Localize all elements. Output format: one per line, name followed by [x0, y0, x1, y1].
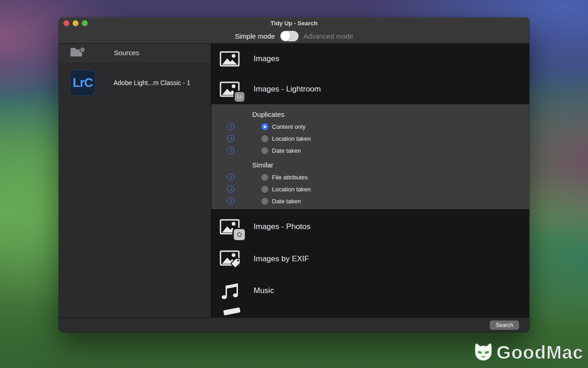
music-note-icon: [220, 280, 242, 301]
info-icon[interactable]: i: [227, 185, 234, 193]
sidebar-item-lightroom-classic[interactable]: LrC Adobe Light...m Classic - 1: [59, 70, 211, 96]
similar-heading: Similar: [252, 159, 529, 171]
lightroom-classic-app-icon: LrC: [70, 70, 96, 96]
list-item-label: Images by EXIF: [254, 254, 309, 264]
images-exif-tag-icon: [220, 248, 242, 270]
lightroom-options-panel: Duplicates i Content only i Location tak…: [211, 104, 529, 210]
simple-mode-label: Simple mode: [235, 32, 275, 40]
window-footer: Search: [59, 317, 529, 332]
search-button[interactable]: Search: [490, 321, 519, 330]
radio-file-attributes[interactable]: [261, 174, 268, 181]
tidy-up-search-window: Tidy Up - Search Simple mode Advanced mo…: [59, 17, 529, 332]
mode-toggle-switch[interactable]: [280, 31, 299, 41]
goodmac-cat-icon: [472, 341, 495, 363]
option-location-taken-dup: i Location taken: [211, 132, 529, 144]
source-item-label: Adobe Light...m Classic - 1: [113, 79, 190, 86]
option-content-only: i Content only: [211, 121, 529, 132]
sources-sidebar: Sources LrC Adobe Light...m Classic - 1: [59, 44, 211, 317]
option-date-taken-sim: i Date taken: [211, 195, 529, 207]
goodmac-watermark: GoodMac: [472, 341, 583, 363]
search-categories-list: Images Lr Images - Lightroom: [211, 44, 529, 317]
radio-location-taken-dup[interactable]: [261, 135, 268, 142]
list-item-music[interactable]: Music: [211, 275, 529, 306]
goodmac-logo-text: GoodMac: [497, 342, 583, 363]
images-lightroom-icon: Lr: [220, 79, 242, 100]
images-photos-icon: ✿: [220, 216, 242, 237]
info-icon[interactable]: i: [227, 197, 234, 205]
mode-toggle-row: Simple mode Advanced mode: [59, 29, 529, 42]
list-item-images-by-exif[interactable]: Images by EXIF: [211, 243, 529, 275]
toggle-knob: [281, 31, 290, 41]
window-title: Tidy Up - Search: [59, 20, 529, 27]
info-icon[interactable]: i: [227, 173, 234, 181]
list-item-images-lightroom[interactable]: Lr Images - Lightroom: [211, 74, 529, 104]
duplicates-heading: Duplicates: [252, 109, 529, 121]
list-item-images[interactable]: Images: [211, 44, 529, 74]
desktop-wallpaper: Tidy Up - Search Simple mode Advanced mo…: [0, 0, 588, 368]
radio-location-taken-sim[interactable]: [261, 186, 268, 193]
sources-header: Sources: [59, 44, 211, 62]
radio-content-only[interactable]: [261, 123, 268, 130]
sources-header-label: Sources: [114, 49, 139, 57]
option-file-attributes: i File attributes: [211, 171, 529, 183]
info-icon[interactable]: i: [227, 135, 234, 142]
info-icon[interactable]: i: [227, 123, 234, 130]
list-item-images-photos[interactable]: ✿ Images - Photos: [211, 210, 529, 243]
folder-gear-icon: [70, 47, 85, 58]
photos-flower-badge: ✿: [234, 229, 245, 240]
advanced-mode-label: Advanced mode: [304, 32, 353, 40]
list-item-label: Images - Lightroom: [254, 85, 321, 94]
radio-date-taken-sim[interactable]: [261, 198, 268, 205]
radio-date-taken-dup[interactable]: [261, 147, 268, 154]
list-item-label: Music: [254, 286, 274, 295]
list-item-partial[interactable]: [211, 306, 529, 317]
list-item-label: Images: [254, 54, 279, 63]
titlebar[interactable]: Tidy Up - Search Simple mode Advanced mo…: [59, 17, 529, 44]
option-location-taken-sim: i Location taken: [211, 183, 529, 195]
lr-badge: Lr: [235, 92, 244, 102]
clipped-icon: [223, 307, 240, 316]
images-icon: [220, 48, 242, 69]
option-date-taken-dup: i Date taken: [211, 144, 529, 156]
list-item-label: Images - Photos: [254, 222, 311, 231]
info-icon[interactable]: i: [227, 147, 234, 154]
